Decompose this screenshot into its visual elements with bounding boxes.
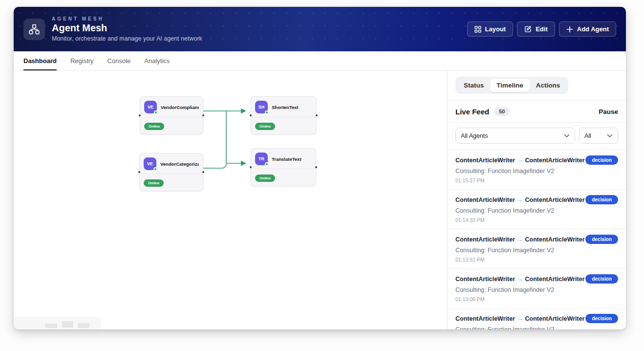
live-feed-title: Live Feed — [455, 108, 489, 116]
feed-item[interactable]: ContentArticleWriter→ContentArticleWrite… — [448, 150, 626, 189]
minimap-node — [62, 321, 73, 328]
feed-item[interactable]: ContentArticleWriter→ContentArticleWrite… — [448, 268, 626, 308]
feed-item-agents: ContentArticleWriter→ContentArticleWrite… — [455, 197, 585, 203]
feed-item[interactable]: ContentArticleWriter→ContentArticleWrite… — [448, 189, 626, 229]
tab-registry[interactable]: Registry — [70, 51, 94, 70]
agent-node-translatetext[interactable]: TR TranslateText Online — [251, 148, 316, 186]
edit-button[interactable]: Edit — [517, 22, 555, 37]
edit-button-label: Edit — [536, 25, 548, 33]
feed-item[interactable]: ContentArticleWriter→ContentArticleWrite… — [448, 308, 626, 329]
connection-handle[interactable] — [316, 114, 318, 116]
feed-item-detail: Consulting: Function Imagefinder V2 — [455, 207, 618, 214]
panel-tab-status[interactable]: Status — [457, 79, 490, 92]
feed-item-detail: Consulting: Function Imagefinder V2 — [455, 168, 618, 175]
feed-item-time: 01:13:06 PM — [455, 296, 618, 302]
app-logo — [23, 19, 45, 40]
network-icon — [28, 23, 40, 35]
edge-lines — [14, 71, 447, 329]
feed-item-time: 01:15:27 PM — [455, 177, 618, 183]
chevron-down-icon — [607, 134, 613, 138]
agents-filter-value: All Agents — [461, 132, 488, 139]
live-feed-header: Live Feed 50 Pause — [448, 101, 626, 122]
plus-icon — [566, 26, 573, 33]
feed-item-detail: Consulting: Function Imagefinder V2 — [455, 286, 618, 293]
pause-button[interactable]: Pause — [599, 108, 618, 115]
connection-handle[interactable] — [138, 171, 140, 173]
status-dot — [154, 110, 158, 114]
minimap[interactable] — [14, 317, 101, 329]
agent-node-label: VendorComplianceAss... — [161, 105, 199, 110]
app-header: AGENT MESH Agent Mesh Monitor, orchestra… — [14, 7, 626, 51]
decision-badge: decision — [585, 314, 618, 323]
tab-analytics[interactable]: Analytics — [144, 51, 170, 70]
feed-item-agents: ContentArticleWriter→ContentArticleWrite… — [455, 276, 585, 283]
page-subtitle: Monitor, orchestrate and manage your AI … — [52, 35, 202, 42]
chevron-down-icon — [564, 134, 570, 138]
add-agent-button-label: Add Agent — [577, 25, 609, 33]
minimap-node — [45, 324, 57, 328]
grid-icon — [474, 26, 481, 33]
agent-node-label: ShortenText — [272, 105, 299, 110]
connection-handle[interactable] — [250, 114, 252, 116]
agent-node-label: VendorCategorization... — [160, 161, 199, 167]
online-badge: Online — [144, 123, 164, 130]
avatar-initials: TR — [258, 156, 264, 161]
feed-item-detail: Consulting: Function Imagefinder V2 — [455, 247, 618, 254]
agent-avatar: SH — [255, 101, 268, 113]
feed-item-agents: ContentArticleWriter→ContentArticleWrite… — [455, 236, 585, 243]
type-filter-value: All — [584, 132, 591, 139]
app-eyebrow: AGENT MESH — [52, 16, 202, 22]
agent-node-shortentext[interactable]: SH ShortenText Online — [251, 96, 317, 134]
app-window: AGENT MESH Agent Mesh Monitor, orchestra… — [14, 7, 626, 329]
arrow-right-icon: → — [515, 315, 525, 322]
agent-graph-canvas[interactable]: VE VendorComplianceAss... Online SH — [14, 71, 447, 329]
add-agent-button[interactable]: Add Agent — [559, 22, 616, 37]
status-dot — [265, 162, 269, 166]
status-dot — [265, 110, 269, 114]
agent-node-vendorcategorization[interactable]: VE VendorCategorization... Online — [139, 153, 203, 191]
avatar-initials: VE — [147, 161, 153, 166]
connection-handle[interactable] — [139, 114, 141, 116]
online-badge: Online — [144, 179, 164, 187]
panel-tab-actions[interactable]: Actions — [530, 79, 567, 92]
minimap-node — [78, 323, 89, 328]
feed-filters: All Agents All — [448, 123, 626, 150]
tab-console[interactable]: Console — [107, 51, 131, 70]
arrow-right-icon: → — [515, 236, 525, 243]
layout-button[interactable]: Layout — [467, 22, 514, 37]
connection-handle[interactable] — [202, 171, 204, 173]
feed-item-detail: Consulting: Function Imagefinder V2 — [455, 326, 618, 329]
decision-badge: decision — [585, 155, 618, 165]
type-filter-select[interactable]: All — [579, 128, 618, 144]
feed-item-agents: ContentArticleWriter→ContentArticleWrite… — [455, 157, 585, 164]
side-panel: Status Timeline Actions Live Feed 50 Pau… — [447, 71, 626, 329]
live-feed-list: ContentArticleWriter→ContentArticleWrite… — [448, 150, 626, 329]
tab-dashboard[interactable]: Dashboard — [23, 51, 57, 70]
main-tabbar: Dashboard Registry Console Analytics — [14, 51, 626, 71]
arrow-right-icon: → — [515, 157, 525, 164]
agent-avatar: VE — [144, 157, 156, 170]
layout-button-label: Layout — [485, 25, 506, 33]
feed-item[interactable]: ContentArticleWriter→ContentArticleWrite… — [448, 229, 626, 268]
live-feed-count-badge: 50 — [494, 107, 510, 116]
feed-item-time: 01:14:33 PM — [455, 217, 618, 223]
decision-badge: decision — [585, 274, 618, 284]
online-badge: Online — [255, 123, 275, 130]
agents-filter-select[interactable]: All Agents — [455, 128, 575, 144]
edit-icon — [524, 25, 532, 33]
connection-handle[interactable] — [202, 114, 204, 116]
connection-handle[interactable] — [250, 166, 252, 168]
decision-badge: decision — [585, 195, 618, 204]
agent-avatar: VE — [144, 101, 157, 113]
arrow-right-icon: → — [515, 197, 525, 203]
arrow-right-icon: → — [515, 276, 525, 283]
status-dot — [153, 167, 157, 171]
online-badge: Online — [255, 175, 275, 182]
agent-node-vendorcomplianceass[interactable]: VE VendorComplianceAss... Online — [140, 96, 203, 134]
avatar-initials: SH — [258, 105, 265, 110]
avatar-initials: VE — [148, 105, 153, 110]
connection-handle[interactable] — [315, 166, 317, 168]
feed-item-agents: ContentArticleWriter→ContentArticleWrite… — [455, 315, 585, 322]
panel-tab-timeline[interactable]: Timeline — [490, 79, 530, 92]
decision-badge: decision — [585, 235, 618, 244]
